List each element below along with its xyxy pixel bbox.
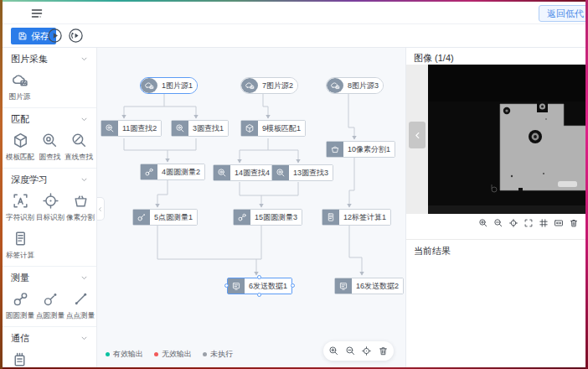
sidebar-item-target-recognition[interactable]: 目标识别 [35,192,65,223]
app-window: 返回低代 保存 图片采集 [0,0,588,369]
node-template-match-1[interactable]: 9模板匹配1 [240,120,306,137]
inspection-image-render [428,65,585,214]
circle-circle-measure-icon [12,290,29,308]
circle-find-icon [272,165,289,180]
chevron-down-icon[interactable] [80,274,88,282]
chevron-left-icon [413,131,422,140]
toolbar: 保存 [3,24,585,48]
zoom-out-icon[interactable] [493,218,503,228]
flow-edges [97,48,405,367]
legend-valid-output: 有效输出 [106,349,143,360]
section-title: 图片采集 [11,53,48,65]
sidebar-item-circle-find[interactable]: 圆查找 [35,132,64,163]
node-label: 9模板匹配1 [258,121,305,136]
node-label: 11圆查找2 [118,121,161,136]
section-communication: 通信 [3,327,96,367]
trash-icon[interactable] [378,346,389,356]
section-header-deep-learning[interactable]: 深度学习 [3,169,96,190]
node-label: 1图片源1 [157,78,197,93]
section-image-acquisition: 图片采集 图片源 [3,48,96,108]
node-point-circle-measure-1[interactable]: 5点圆测量1 [132,209,198,226]
sidebar-item-line-find[interactable]: 直线查找 [64,132,94,163]
sidebar-item-char-recognition[interactable]: 字符识别 [5,192,35,223]
label-calc-icon [12,230,29,247]
main-area: 图片采集 图片源 匹配 [3,48,585,367]
section-measurement: 测量 圆圆测量 点圆测量 [3,267,96,327]
zoom-in-icon[interactable] [328,346,339,356]
section-header-image-acquisition[interactable]: 图片采集 [3,48,96,70]
sidebar-item-circle-circle-measure[interactable]: 圆圆测量 [5,290,35,321]
status-legend: 有效输出 无效输出 未执行 [106,349,233,360]
zoom-in-icon[interactable] [478,218,488,228]
locate-icon[interactable] [508,218,518,228]
node-image-source-3[interactable]: 8图片源3 [326,77,384,94]
fit-icon[interactable] [554,218,564,228]
node-handle-right[interactable] [291,283,295,288]
locate-icon[interactable] [361,346,372,356]
tool-label: 点点测量 [66,310,95,320]
node-pixel-segmentation-1[interactable]: 10像素分割1 [326,141,395,158]
fullscreen-icon[interactable] [524,218,534,228]
menu-list-icon[interactable] [30,7,44,20]
chevron-down-icon[interactable] [80,176,88,184]
chevron-down-icon[interactable] [80,55,88,63]
label-calc-icon [322,210,339,225]
zoom-out-icon[interactable] [345,346,356,356]
sidebar-collapse-handle[interactable] [97,197,105,221]
section-header-measurement[interactable]: 测量 [3,267,96,288]
sidebar-item-point-circle-measure[interactable]: 点圆测量 [35,290,65,321]
node-label: 14圆查找4 [230,165,274,180]
flow-canvas[interactable]: 1图片源1 7图片源2 8图片源3 11圆查找2 3圆查找1 [97,48,405,367]
node-circle-find-4[interactable]: 14圆查找4 [213,164,275,181]
legend-label: 未执行 [210,349,233,360]
legend-dot-gray [203,352,207,356]
point-circle-measure-icon [133,210,150,225]
sidebar-item-template-match[interactable]: 模板匹配 [5,132,35,163]
previous-image-button[interactable] [409,122,426,148]
node-circle-circle-measure-2[interactable]: 4圆圆测量2 [140,164,205,180]
node-label-calc-1[interactable]: 12标签计算1 [322,209,391,226]
run-continuous-icon[interactable] [68,28,84,44]
node-image-source-1[interactable]: 1图片源1 [140,77,198,94]
sidebar-item-protocol[interactable] [5,351,34,367]
viewer-toolbar [478,218,579,228]
node-label: 13圆查找3 [289,165,333,180]
node-circle-circle-measure-3[interactable]: 15圆圆测量3 [233,209,302,226]
trash-icon[interactable] [569,218,579,228]
node-send-data-1[interactable]: 6发送数据1 [227,278,292,294]
run-once-icon[interactable] [47,28,63,44]
node-circle-find-3[interactable]: 13圆查找3 [271,164,333,181]
node-handle-bottom[interactable] [257,293,261,297]
panel-divider [406,239,585,240]
sidebar-item-image-source[interactable]: 图片源 [5,71,34,102]
section-title: 测量 [11,272,29,284]
legend-label: 有效输出 [113,349,143,360]
node-handle-top[interactable] [257,275,261,279]
sidebar-item-point-point-measure[interactable]: 点点测量 [65,290,95,321]
back-to-lowcode-button[interactable]: 返回低代 [539,5,585,22]
node-label: 7图片源2 [258,78,297,93]
section-deep-learning: 深度学习 字符识别 目标识别 [3,169,96,267]
section-header-matching[interactable]: 匹配 [3,108,96,130]
node-label: 15圆圆测量3 [250,210,302,225]
node-circle-find-1[interactable]: 3圆查找1 [171,120,229,137]
grid-icon[interactable] [539,218,549,228]
cloud-image-icon [11,71,28,89]
sidebar-item-label-calc[interactable]: 标签计算 [5,230,35,261]
circle-circle-measure-icon [234,210,250,225]
node-send-data-2[interactable]: 16发送数据2 [334,278,404,294]
node-image-source-2[interactable]: 7图片源2 [240,77,298,94]
inspection-image[interactable] [428,65,585,214]
node-circle-find-2[interactable]: 11圆查找2 [101,120,162,137]
chevron-down-icon[interactable] [80,116,88,123]
cloud-image-icon [327,78,343,93]
node-handle-left[interactable] [224,283,229,288]
section-header-communication[interactable]: 通信 [3,327,96,349]
char-recognition-icon [12,192,29,210]
node-label: 4圆圆测量2 [157,164,204,179]
send-data-icon [228,278,245,294]
chevron-down-icon[interactable] [80,335,88,342]
sidebar-item-pixel-segmentation[interactable]: 像素分割 [65,192,95,223]
module-sidebar: 图片采集 图片源 匹配 [3,48,97,367]
node-label: 6发送数据1 [245,278,291,294]
